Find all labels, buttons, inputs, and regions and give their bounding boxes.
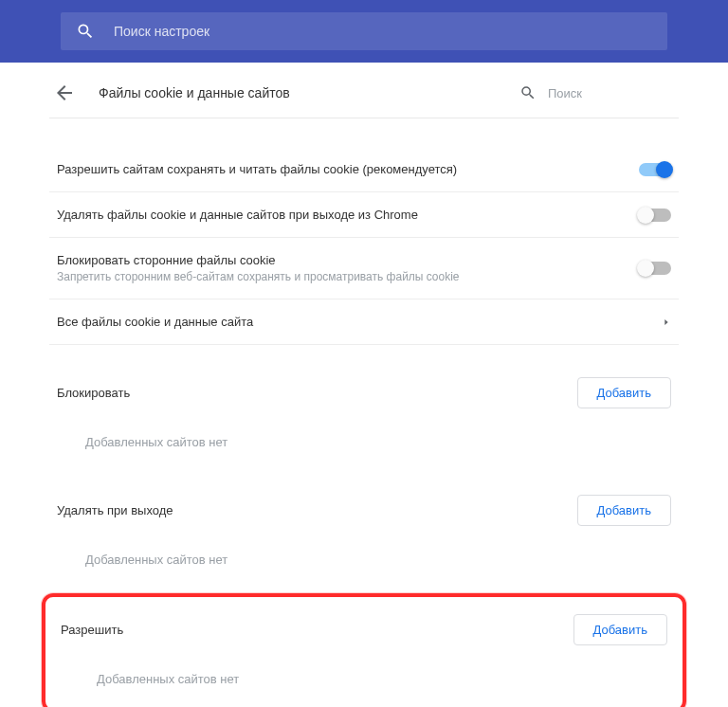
back-arrow-icon[interactable] [53,82,76,104]
section-title: Удалять при выходе [57,503,577,517]
section-title: Разрешить [61,623,573,637]
add-block-button[interactable]: Добавить [577,377,671,408]
setting-label: Удалять файлы cookie и данные сайтов при… [57,208,639,222]
page-header: Файлы cookie и данные сайтов [49,63,679,118]
section-block: Блокировать Добавить Добавленных сайтов … [49,368,679,462]
setting-all-cookies[interactable]: Все файлы cookie и данные сайта [49,299,679,345]
empty-remove-text: Добавленных сайтов нет [49,535,679,580]
toggle-allow-cookies[interactable] [639,163,671,176]
top-search-bar [0,0,728,63]
empty-block-text: Добавленных сайтов нет [49,418,679,462]
toggle-clear-on-exit[interactable] [639,208,671,222]
local-search-input[interactable] [548,86,671,100]
add-remove-button[interactable]: Добавить [577,495,671,526]
search-icon [76,22,95,41]
setting-block-third-party: Блокировать сторонние файлы cookie Запре… [49,238,679,299]
settings-search-input[interactable] [114,24,652,39]
empty-allow-text: Добавленных сайтов нет [57,655,671,699]
section-title: Блокировать [57,386,577,400]
setting-label: Все файлы cookie и данные сайта [57,315,662,329]
section-remove-on-exit: Удалять при выходе Добавить Добавленных … [49,485,679,580]
add-allow-button[interactable]: Добавить [573,614,667,645]
search-icon [519,84,537,101]
setting-allow-cookies: Разрешить сайтам сохранять и читать файл… [49,147,679,192]
setting-label: Блокировать сторонние файлы cookie [57,253,639,267]
toggle-block-third-party[interactable] [639,262,671,275]
page-title: Файлы cookie и данные сайтов [99,85,519,100]
highlighted-allow-section: Разрешить Добавить Добавленных сайтов не… [42,593,686,707]
setting-sublabel: Запретить сторонним веб-сайтам сохранять… [57,270,639,283]
setting-clear-on-exit: Удалять файлы cookie и данные сайтов при… [49,192,679,238]
settings-search-container[interactable] [61,12,667,50]
setting-label: Разрешить сайтам сохранять и читать файл… [57,162,639,176]
chevron-right-icon [662,317,671,327]
local-search[interactable] [519,84,671,101]
